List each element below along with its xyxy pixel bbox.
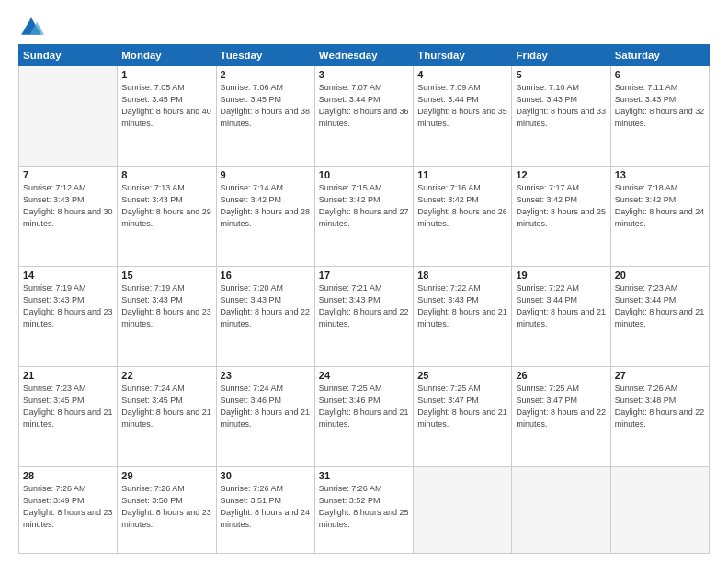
sun-info: Sunrise: 7:23 AMSunset: 3:44 PMDaylight:… (615, 282, 705, 330)
calendar-cell: 8Sunrise: 7:13 AMSunset: 3:43 PMDaylight… (118, 166, 216, 266)
sun-info: Sunrise: 7:25 AMSunset: 3:47 PMDaylight:… (417, 383, 507, 431)
calendar-cell: 2Sunrise: 7:06 AMSunset: 3:45 PMDaylight… (216, 66, 314, 167)
day-number: 11 (417, 169, 507, 180)
sun-info: Sunrise: 7:05 AMSunset: 3:45 PMDaylight:… (121, 82, 211, 130)
calendar-cell: 26Sunrise: 7:25 AMSunset: 3:47 PMDayligh… (512, 366, 610, 466)
day-number: 27 (615, 370, 705, 381)
calendar-cell: 23Sunrise: 7:24 AMSunset: 3:46 PMDayligh… (216, 366, 314, 466)
day-number: 29 (121, 470, 211, 481)
calendar-header-tuesday: Tuesday (216, 45, 314, 66)
sun-info: Sunrise: 7:10 AMSunset: 3:43 PMDaylight:… (516, 82, 606, 130)
calendar-cell: 7Sunrise: 7:12 AMSunset: 3:43 PMDaylight… (19, 166, 118, 266)
calendar-cell: 16Sunrise: 7:20 AMSunset: 3:43 PMDayligh… (216, 266, 314, 366)
logo (18, 15, 48, 40)
sun-info: Sunrise: 7:26 AMSunset: 3:49 PMDaylight:… (23, 483, 113, 531)
day-number: 31 (319, 470, 409, 481)
calendar-week-row: 21Sunrise: 7:23 AMSunset: 3:45 PMDayligh… (19, 366, 710, 466)
sun-info: Sunrise: 7:26 AMSunset: 3:51 PMDaylight:… (221, 483, 311, 531)
calendar-cell: 12Sunrise: 7:17 AMSunset: 3:42 PMDayligh… (512, 166, 610, 266)
day-number: 6 (615, 69, 705, 80)
sun-info: Sunrise: 7:09 AMSunset: 3:44 PMDaylight:… (417, 82, 507, 130)
sun-info: Sunrise: 7:17 AMSunset: 3:42 PMDaylight:… (516, 182, 606, 230)
sun-info: Sunrise: 7:22 AMSunset: 3:44 PMDaylight:… (516, 282, 606, 330)
sun-info: Sunrise: 7:26 AMSunset: 3:50 PMDaylight:… (121, 483, 211, 531)
day-number: 16 (221, 270, 311, 281)
calendar-cell: 14Sunrise: 7:19 AMSunset: 3:43 PMDayligh… (19, 266, 118, 366)
day-number: 4 (417, 69, 507, 80)
day-number: 13 (615, 169, 705, 180)
calendar-header-monday: Monday (118, 45, 216, 66)
day-number: 21 (23, 370, 113, 381)
calendar-header-thursday: Thursday (414, 45, 512, 66)
day-number: 30 (221, 470, 311, 481)
calendar-cell (610, 466, 709, 553)
day-number: 3 (319, 69, 409, 80)
calendar-cell: 1Sunrise: 7:05 AMSunset: 3:45 PMDaylight… (118, 66, 216, 167)
day-number: 23 (221, 370, 311, 381)
sun-info: Sunrise: 7:20 AMSunset: 3:43 PMDaylight:… (221, 282, 311, 330)
calendar-cell: 28Sunrise: 7:26 AMSunset: 3:49 PMDayligh… (19, 466, 118, 553)
sun-info: Sunrise: 7:19 AMSunset: 3:43 PMDaylight:… (23, 282, 113, 330)
calendar-cell: 24Sunrise: 7:25 AMSunset: 3:46 PMDayligh… (314, 366, 413, 466)
sun-info: Sunrise: 7:23 AMSunset: 3:45 PMDaylight:… (23, 383, 113, 431)
day-number: 26 (516, 370, 606, 381)
sun-info: Sunrise: 7:18 AMSunset: 3:42 PMDaylight:… (615, 182, 705, 230)
calendar-cell: 6Sunrise: 7:11 AMSunset: 3:43 PMDaylight… (610, 66, 709, 167)
sun-info: Sunrise: 7:25 AMSunset: 3:47 PMDaylight:… (516, 383, 606, 431)
calendar-cell: 21Sunrise: 7:23 AMSunset: 3:45 PMDayligh… (19, 366, 118, 466)
calendar-cell: 22Sunrise: 7:24 AMSunset: 3:45 PMDayligh… (118, 366, 216, 466)
sun-info: Sunrise: 7:22 AMSunset: 3:43 PMDaylight:… (417, 282, 507, 330)
calendar-cell: 5Sunrise: 7:10 AMSunset: 3:43 PMDaylight… (512, 66, 610, 167)
calendar-cell (512, 466, 610, 553)
calendar-cell: 20Sunrise: 7:23 AMSunset: 3:44 PMDayligh… (610, 266, 709, 366)
calendar-cell: 27Sunrise: 7:26 AMSunset: 3:48 PMDayligh… (610, 366, 709, 466)
calendar-cell: 17Sunrise: 7:21 AMSunset: 3:43 PMDayligh… (314, 266, 413, 366)
calendar-cell: 31Sunrise: 7:26 AMSunset: 3:52 PMDayligh… (314, 466, 413, 553)
day-number: 28 (23, 470, 113, 481)
day-number: 15 (121, 270, 211, 281)
calendar-cell: 29Sunrise: 7:26 AMSunset: 3:50 PMDayligh… (118, 466, 216, 553)
day-number: 12 (516, 169, 606, 180)
day-number: 8 (121, 169, 211, 180)
sun-info: Sunrise: 7:12 AMSunset: 3:43 PMDaylight:… (23, 182, 113, 230)
sun-info: Sunrise: 7:21 AMSunset: 3:43 PMDaylight:… (319, 282, 409, 330)
sun-info: Sunrise: 7:25 AMSunset: 3:46 PMDaylight:… (319, 383, 409, 431)
calendar-cell: 13Sunrise: 7:18 AMSunset: 3:42 PMDayligh… (610, 166, 709, 266)
calendar-cell: 9Sunrise: 7:14 AMSunset: 3:42 PMDaylight… (216, 166, 314, 266)
calendar-header-row: SundayMondayTuesdayWednesdayThursdayFrid… (19, 45, 710, 66)
day-number: 18 (417, 270, 507, 281)
sun-info: Sunrise: 7:24 AMSunset: 3:46 PMDaylight:… (221, 383, 311, 431)
sun-info: Sunrise: 7:15 AMSunset: 3:42 PMDaylight:… (319, 182, 409, 230)
calendar-week-row: 1Sunrise: 7:05 AMSunset: 3:45 PMDaylight… (19, 66, 710, 167)
day-number: 17 (319, 270, 409, 281)
day-number: 2 (221, 69, 311, 80)
calendar-header-friday: Friday (512, 45, 610, 66)
day-number: 5 (516, 69, 606, 80)
calendar-cell (19, 66, 118, 167)
day-number: 25 (417, 370, 507, 381)
calendar-cell (414, 466, 512, 553)
page: SundayMondayTuesdayWednesdayThursdayFrid… (0, 0, 728, 563)
sun-info: Sunrise: 7:24 AMSunset: 3:45 PMDaylight:… (121, 383, 211, 431)
day-number: 24 (319, 370, 409, 381)
sun-info: Sunrise: 7:19 AMSunset: 3:43 PMDaylight:… (121, 282, 211, 330)
calendar-cell: 4Sunrise: 7:09 AMSunset: 3:44 PMDaylight… (414, 66, 512, 167)
calendar-week-row: 7Sunrise: 7:12 AMSunset: 3:43 PMDaylight… (19, 166, 710, 266)
calendar-header-wednesday: Wednesday (314, 45, 413, 66)
day-number: 14 (23, 270, 113, 281)
sun-info: Sunrise: 7:06 AMSunset: 3:45 PMDaylight:… (221, 82, 311, 130)
day-number: 9 (221, 169, 311, 180)
calendar-cell: 3Sunrise: 7:07 AMSunset: 3:44 PMDaylight… (314, 66, 413, 167)
sun-info: Sunrise: 7:26 AMSunset: 3:48 PMDaylight:… (615, 383, 705, 431)
header (18, 15, 710, 40)
sun-info: Sunrise: 7:13 AMSunset: 3:43 PMDaylight:… (121, 182, 211, 230)
sun-info: Sunrise: 7:26 AMSunset: 3:52 PMDaylight:… (319, 483, 409, 531)
calendar-week-row: 28Sunrise: 7:26 AMSunset: 3:49 PMDayligh… (19, 466, 710, 553)
logo-icon (18, 15, 44, 40)
sun-info: Sunrise: 7:07 AMSunset: 3:44 PMDaylight:… (319, 82, 409, 130)
calendar-cell: 15Sunrise: 7:19 AMSunset: 3:43 PMDayligh… (118, 266, 216, 366)
sun-info: Sunrise: 7:11 AMSunset: 3:43 PMDaylight:… (615, 82, 705, 130)
calendar-cell: 25Sunrise: 7:25 AMSunset: 3:47 PMDayligh… (414, 366, 512, 466)
day-number: 10 (319, 169, 409, 180)
day-number: 7 (23, 169, 113, 180)
